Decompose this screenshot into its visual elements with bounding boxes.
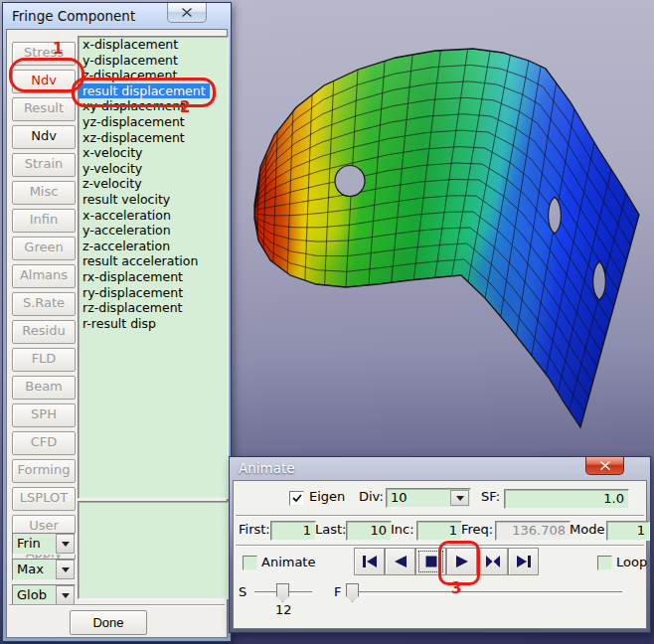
first-label: First: [239, 522, 270, 537]
divider [9, 604, 225, 606]
max-dropdown[interactable]: Max [12, 559, 76, 580]
fringe-secondary-list[interactable] [78, 501, 229, 599]
fringe-button-beam[interactable]: Beam [12, 376, 76, 400]
fringe-component-dialog: Fringe Component StressNdvResultNdvStrai… [2, 2, 232, 642]
speed-slider-thumb[interactable] [276, 583, 289, 602]
play-forward-button[interactable] [446, 548, 477, 575]
list-item-xy-displacement[interactable]: xy-displacement [79, 98, 228, 114]
chevron-down-icon[interactable] [56, 560, 75, 579]
playback-controls [354, 548, 539, 575]
fringe-button-fld[interactable]: FLD [12, 348, 76, 372]
list-item-result-displacement[interactable]: result displacement [79, 83, 210, 99]
application-window: { "fringe_dialog": { "title": "Fringe Co… [0, 0, 654, 644]
list-item-y-acceleration[interactable]: y-acceleration [79, 223, 228, 239]
close-button[interactable] [167, 3, 207, 23]
list-item-yz-displacement[interactable]: yz-displacement [79, 114, 228, 130]
divider [236, 515, 644, 517]
div-label: Div: [359, 489, 384, 504]
stop-button[interactable] [415, 548, 446, 575]
list-item-xz-displacement[interactable]: xz-displacement [79, 130, 228, 146]
play-backward-button[interactable] [385, 548, 415, 575]
fringe-dialog-body: StressNdvResultNdvStrainMiscInfinGreenAl… [6, 29, 228, 638]
fringe-component-list[interactable]: x-displacementy-displacementz-displaceme… [78, 36, 229, 499]
close-icon [600, 461, 610, 470]
shuttle-button[interactable] [477, 548, 508, 575]
chevron-down-icon[interactable] [450, 490, 469, 506]
list-item-r-result-disp[interactable]: r-result disp [79, 316, 228, 332]
fringe-button-ndv[interactable]: Ndv [12, 70, 76, 93]
play-backward-icon [391, 554, 410, 569]
list-item-result-velocity[interactable]: result velocity [79, 192, 228, 208]
play-icon [452, 554, 472, 569]
fringe-button-residu[interactable]: Residu [12, 320, 76, 344]
last-field[interactable]: 10 [346, 521, 392, 541]
list-item-z-acceleration[interactable]: z-acceleration [79, 239, 228, 254]
stop-icon [421, 554, 441, 569]
list-item-rz-displacement[interactable]: rz-displacement [79, 300, 228, 316]
animate-checkbox[interactable] [243, 556, 257, 570]
eigen-label: Eigen [309, 489, 345, 504]
fringe-button-lsplot[interactable]: LSPLOT [12, 487, 76, 511]
fringe-button-almans[interactable]: Almans [12, 264, 76, 288]
animate-dialog: Animate Eigen Div: 10 SF: 1.0 First: 1 L… [229, 456, 651, 633]
fringe-button-forming[interactable]: Forming [12, 459, 76, 483]
sf-field[interactable]: 1.0 [504, 489, 629, 509]
list-item-z-velocity[interactable]: z-velocity [79, 176, 228, 192]
list-item-y-displacement[interactable]: y-displacement [79, 53, 228, 69]
bracket-model [229, 49, 639, 427]
go-first-button[interactable] [354, 548, 385, 575]
list-item-z-displacement[interactable]: z-displacement [79, 68, 228, 83]
list-item-ry-displacement[interactable]: ry-displacement [79, 285, 228, 301]
list-item-x-displacement[interactable]: x-displacement [79, 37, 228, 53]
chevron-down-icon[interactable] [56, 585, 75, 605]
last-label: Last: [315, 522, 346, 537]
list-item-result-acceleration[interactable]: result acceleration [79, 253, 228, 269]
fringe-button-infin[interactable]: Infin [12, 209, 76, 233]
fringe-category-buttons: StressNdvResultNdvStrainMiscInfinGreenAl… [12, 42, 76, 570]
fringe-button-green[interactable]: Green [12, 237, 76, 260]
glob-dropdown[interactable]: Glob [12, 584, 76, 606]
inc-field[interactable]: 1 [416, 521, 462, 541]
loop-checkbox[interactable] [597, 556, 612, 570]
fringe-button-sph[interactable]: SPH [12, 403, 76, 427]
go-last-button[interactable] [508, 548, 539, 575]
list-item-y-velocity[interactable]: y-velocity [79, 161, 228, 177]
list-item-x-velocity[interactable]: x-velocity [79, 145, 228, 161]
inc-label: Inc: [391, 522, 414, 537]
mode-field[interactable]: 1 [606, 521, 650, 541]
div-dropdown[interactable]: 10 [386, 488, 471, 508]
first-field[interactable]: 1 [270, 521, 316, 541]
annotation-step2: 2 [180, 98, 190, 116]
fringe-button-misc[interactable]: Misc [12, 181, 76, 205]
annotation-step3: 3 [451, 579, 461, 597]
frame-slider-thumb[interactable] [346, 583, 359, 602]
freq-field: 136.708 [495, 521, 571, 541]
fringe-button-result[interactable]: Result [12, 97, 76, 121]
freq-label: Freq: [461, 522, 493, 537]
list-item-rx-displacement[interactable]: rx-displacement [79, 269, 228, 285]
divider [236, 545, 644, 547]
fringe-button-cfd[interactable]: CFD [12, 431, 76, 455]
eigen-checkbox[interactable] [289, 491, 304, 506]
shuttle-icon [483, 554, 503, 569]
animate-label: Animate [261, 555, 315, 569]
fringe-button-strain[interactable]: Strain [12, 153, 76, 177]
done-button[interactable]: Done [70, 610, 147, 635]
close-button[interactable] [585, 457, 624, 475]
sf-label: SF: [481, 489, 500, 504]
frame-slider-label: F [334, 584, 341, 599]
chevron-down-icon[interactable] [56, 534, 75, 554]
skip-end-icon [514, 554, 534, 569]
frame-slider-track[interactable] [350, 591, 622, 595]
skip-start-icon [360, 554, 380, 569]
fringe-button-srate[interactable]: S.Rate [12, 292, 76, 316]
mode-label: Mode: [570, 522, 609, 537]
fringe-button-ndv[interactable]: Ndv [12, 125, 76, 149]
speed-slider-value: 12 [275, 602, 292, 617]
fringe-button-stress[interactable]: Stress [12, 42, 76, 66]
check-icon [292, 494, 302, 503]
list-item-x-acceleration[interactable]: x-acceleration [79, 208, 228, 224]
speed-slider-label: S [239, 584, 246, 599]
frin-dropdown[interactable]: Frin [12, 533, 76, 555]
loop-label: Loop [616, 555, 647, 569]
